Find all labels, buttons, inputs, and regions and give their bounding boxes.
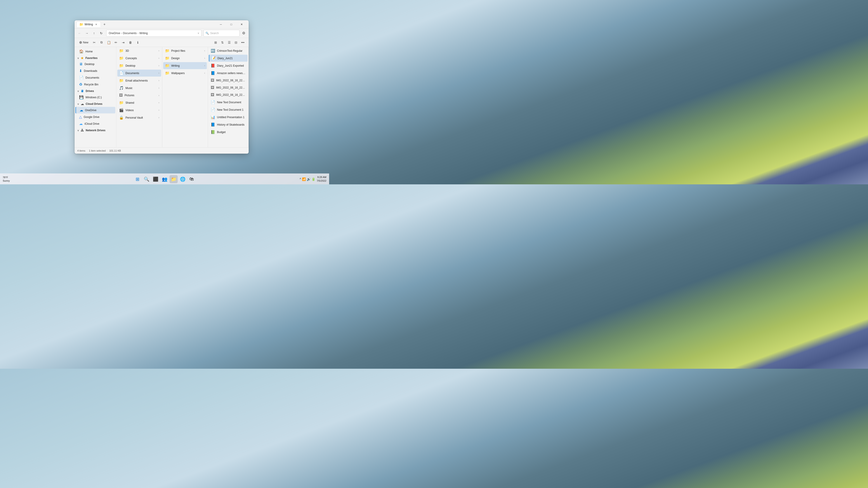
sidebar-item-icloud-drive[interactable]: ☁ iCloud Drive bbox=[75, 121, 115, 127]
file-item-history-skateboards[interactable]: 📘 History of Skateboards bbox=[209, 121, 248, 128]
file-item-img-1[interactable]: 🖼 IMG_2022_06_16_22_43 bbox=[209, 77, 248, 84]
delete-button[interactable]: 🗑 bbox=[127, 39, 133, 46]
file-item-amazon-sellers[interactable]: 📘 Amazon sellers newsl… bbox=[209, 70, 248, 76]
breadcrumb-dropdown-icon[interactable]: ∨ bbox=[197, 32, 199, 34]
system-tray-chevron[interactable]: ^ bbox=[300, 177, 301, 181]
sidebar-item-home[interactable]: 🏠 Home bbox=[75, 48, 115, 55]
maximize-button[interactable]: □ bbox=[226, 21, 237, 28]
cut-button[interactable]: ✂ bbox=[91, 39, 97, 46]
forward-button[interactable]: → bbox=[84, 30, 90, 36]
sidebar-item-onedrive[interactable]: ☁ OneDrive bbox=[75, 107, 115, 113]
volume-icon[interactable]: 🔊 bbox=[307, 177, 311, 181]
group-button[interactable]: ☰ bbox=[226, 39, 232, 46]
file-item-email-attachments[interactable]: 📁 Email attachments › bbox=[117, 77, 161, 84]
edge-button[interactable]: 🌐 bbox=[179, 175, 187, 183]
clock-date: 7/5/2022 bbox=[317, 179, 327, 183]
copy-button[interactable]: ⧉ bbox=[98, 39, 105, 46]
file-item-wallpapers[interactable]: 📁 Wallpapers › bbox=[163, 70, 207, 76]
file-item-new-text-1-label: New Text Document 1 bbox=[217, 108, 246, 111]
sort-button[interactable]: ⇅ bbox=[219, 39, 225, 46]
sidebar-section-drives[interactable]: ∨ 🖥 Drives bbox=[75, 88, 115, 94]
file-item-pictures[interactable]: 🖼 Pictures › bbox=[117, 92, 161, 99]
paste-button[interactable]: 📋 bbox=[105, 39, 112, 46]
status-bar: 4 items 1 item selected 101.11 KB bbox=[74, 147, 249, 154]
back-button[interactable]: ← bbox=[76, 30, 83, 36]
tab-close-button[interactable]: ✕ bbox=[94, 23, 98, 26]
desktop: 📁 Writing ✕ + ─ □ ✕ ← → ↑ ↻ OneDrive › D… bbox=[0, 0, 329, 184]
file-item-new-text-doc[interactable]: 📄 New Text Document bbox=[209, 99, 248, 106]
up-button[interactable]: ↑ bbox=[91, 30, 97, 36]
search-box[interactable]: 🔍 Search bbox=[204, 30, 240, 37]
file-item-desktop-chevron: › bbox=[158, 64, 159, 67]
store-button[interactable]: 🛍 bbox=[188, 175, 196, 183]
minimize-button[interactable]: ─ bbox=[216, 21, 226, 28]
share-button[interactable]: ⇥ bbox=[120, 39, 126, 46]
sidebar-section-cloud-drives[interactable]: ∨ ☁ Cloud Drives bbox=[75, 101, 115, 107]
close-button[interactable]: ✕ bbox=[237, 21, 247, 28]
file-item-wallpapers-label: Wallpapers bbox=[171, 72, 203, 75]
file-item-crimsontext-label: CrimsonText-Regular bbox=[217, 49, 246, 53]
file-item-untitled-presentation[interactable]: 📊 Untitled Presentation 1 bbox=[209, 113, 248, 121]
file-item-concepts[interactable]: 📁 Concepts › bbox=[117, 55, 161, 62]
teams-icon: 👥 bbox=[162, 176, 167, 182]
file-item-desktop[interactable]: 📁 Desktop › bbox=[117, 62, 161, 69]
file-item-documents[interactable]: 📄 Documents › bbox=[117, 70, 161, 76]
file-item-diary-jun21[interactable]: 📝 Diary_Jun21 bbox=[209, 55, 248, 62]
sidebar-section-network-drives[interactable]: ∨ 🖧 Network Drives bbox=[75, 127, 115, 133]
file-item-new-text-doc-1[interactable]: 📄 New Text Document 1 bbox=[209, 106, 248, 113]
view-toggle-button[interactable]: ⊞ bbox=[213, 39, 219, 46]
clock[interactable]: 9:28 AM 7/5/2022 bbox=[317, 175, 327, 183]
start-button[interactable]: ⊞ bbox=[133, 175, 142, 183]
folder-icon-concepts: 📁 bbox=[119, 56, 124, 60]
sidebar-section-drives-label: Drives bbox=[86, 90, 94, 93]
vault-icon: 🔒 bbox=[119, 116, 124, 120]
sidebar-section-favorites[interactable]: ∨ ★ Favorites bbox=[75, 55, 115, 61]
navigation-toolbar: ← → ↑ ↻ OneDrive › Documents › Writing ∨… bbox=[74, 29, 249, 38]
file-item-new-text-label: New Text Document bbox=[217, 101, 246, 104]
file-item-budget[interactable]: 📗 Budget bbox=[209, 129, 248, 135]
weather-temp: 78°F bbox=[3, 176, 10, 179]
sidebar-item-documents[interactable]: 📄 Documents bbox=[75, 74, 115, 81]
new-button[interactable]: ⊕ New bbox=[77, 39, 90, 45]
file-item-design[interactable]: 📁 Design › bbox=[163, 55, 207, 62]
new-tab-button[interactable]: + bbox=[101, 21, 107, 28]
system-tray[interactable]: ^ 📶 🔊 🔋 bbox=[300, 177, 315, 181]
file-item-shared[interactable]: 📁 Shared › bbox=[117, 99, 161, 106]
breadcrumb-onedrive[interactable]: OneDrive bbox=[109, 32, 120, 35]
file-item-concepts-chevron: › bbox=[158, 57, 159, 59]
layout-button[interactable]: ⊟ bbox=[233, 39, 239, 46]
file-explorer-window: 📁 Writing ✕ + ─ □ ✕ ← → ↑ ↻ OneDrive › D… bbox=[74, 20, 249, 154]
breadcrumb-writing[interactable]: Writing bbox=[139, 32, 148, 35]
search-button[interactable]: 🔍 bbox=[143, 175, 151, 183]
file-item-img-3[interactable]: 🖼 IMG_2022_06_16_22_43 bbox=[209, 92, 248, 98]
network-drives-chevron-icon: ∨ bbox=[77, 129, 79, 132]
file-item-music-label: Music bbox=[125, 87, 157, 90]
file-item-3d[interactable]: 📁 3D › bbox=[117, 47, 161, 54]
sidebar-item-google-drive[interactable]: △ Google Drive bbox=[75, 113, 115, 120]
file-item-music[interactable]: 🎵 Music › bbox=[117, 85, 161, 92]
settings-button[interactable]: ⚙ bbox=[241, 30, 247, 36]
info-button[interactable]: ℹ bbox=[134, 39, 141, 46]
file-item-personal-vault[interactable]: 🔒 Personal Vault › bbox=[117, 114, 161, 121]
xls-icon: 📗 bbox=[211, 130, 215, 134]
file-item-videos[interactable]: 🎬 Videos › bbox=[117, 107, 161, 113]
sidebar-item-downloads[interactable]: ⬇ Downloads bbox=[75, 68, 115, 74]
tab-writing[interactable]: 📁 Writing ✕ bbox=[76, 22, 101, 27]
file-explorer-button[interactable]: 📁 bbox=[169, 175, 178, 183]
sidebar-item-windows-c[interactable]: 💾 Windows (C:) bbox=[75, 94, 115, 101]
task-view-button[interactable]: ⬛ bbox=[151, 175, 160, 183]
refresh-button[interactable]: ↻ bbox=[98, 30, 104, 36]
rename-button[interactable]: ✏ bbox=[113, 39, 119, 46]
file-item-diary-exported[interactable]: 📕 Diary_Jun21 Exported bbox=[209, 62, 248, 69]
file-item-img-2[interactable]: 🖼 IMG_2022_06_16_22_43 bbox=[209, 84, 248, 91]
file-item-project-files[interactable]: 📁 Project files › bbox=[163, 47, 207, 54]
file-item-crimsontext[interactable]: 🔤 CrimsonText-Regular bbox=[209, 47, 248, 54]
sidebar-item-recycle-bin[interactable]: ♻ Recycle Bin bbox=[75, 81, 115, 88]
teams-button[interactable]: 👥 bbox=[160, 175, 168, 183]
address-bar[interactable]: OneDrive › Documents › Writing ∨ bbox=[106, 30, 202, 37]
more-button[interactable]: ••• bbox=[240, 39, 246, 46]
weather-widget[interactable]: 78°F Sunny bbox=[3, 176, 10, 182]
breadcrumb-documents[interactable]: Documents bbox=[123, 32, 137, 35]
file-item-writing[interactable]: 📁 Writing › bbox=[163, 62, 207, 69]
sidebar-item-desktop[interactable]: 🖥 Desktop bbox=[75, 61, 115, 67]
